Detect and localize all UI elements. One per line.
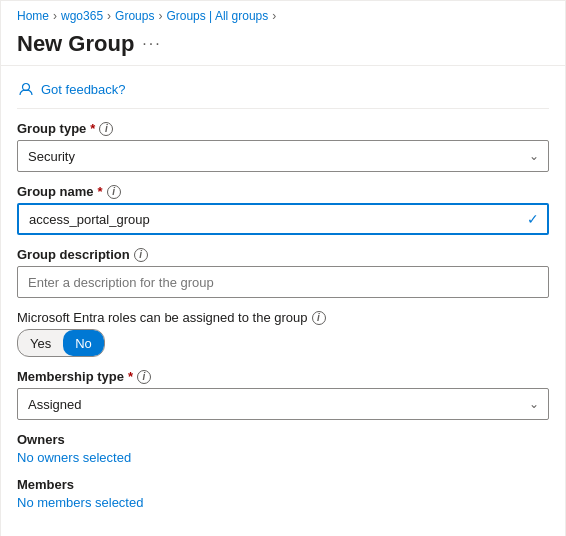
owners-section: Owners No owners selected (17, 432, 549, 465)
toggle-yes[interactable]: Yes (18, 330, 63, 356)
breadcrumb-sep-2: › (107, 9, 111, 23)
breadcrumb-groups[interactable]: Groups (115, 9, 154, 23)
membership-type-select[interactable]: Assigned Dynamic User Dynamic Device (17, 388, 549, 420)
required-star-2: * (98, 184, 103, 199)
breadcrumb-sep-1: › (53, 9, 57, 23)
breadcrumb: Home › wgo365 › Groups › Groups | All gr… (1, 1, 565, 27)
group-name-field: Group name * i ✓ (17, 184, 549, 235)
roles-assignable-label: Microsoft Entra roles can be assigned to… (17, 310, 549, 325)
roles-info-icon[interactable]: i (312, 311, 326, 325)
header-divider (1, 65, 565, 66)
breadcrumb-allgroups[interactable]: Groups | All groups (166, 9, 268, 23)
group-type-select-wrapper: Security Microsoft 365 ⌄ (17, 140, 549, 172)
roles-toggle[interactable]: Yes No (17, 329, 105, 357)
group-name-info-icon[interactable]: i (107, 185, 121, 199)
membership-type-info-icon[interactable]: i (137, 370, 151, 384)
page-header: New Group ··· (1, 27, 565, 65)
members-link[interactable]: No members selected (17, 495, 143, 510)
group-description-info-icon[interactable]: i (134, 248, 148, 262)
required-star: * (90, 121, 95, 136)
toggle-no[interactable]: No (63, 330, 104, 356)
group-type-select[interactable]: Security Microsoft 365 (17, 140, 549, 172)
page-title: New Group (17, 31, 134, 57)
membership-type-label: Membership type * i (17, 369, 549, 384)
roles-assignable-field: Microsoft Entra roles can be assigned to… (17, 310, 549, 357)
group-name-input[interactable] (17, 203, 549, 235)
form-footer: Create (1, 522, 565, 536)
membership-type-field: Membership type * i Assigned Dynamic Use… (17, 369, 549, 420)
group-type-field: Group type * i Security Microsoft 365 ⌄ (17, 121, 549, 172)
group-description-input[interactable] (17, 266, 549, 298)
group-type-info-icon[interactable]: i (99, 122, 113, 136)
group-description-label: Group description i (17, 247, 549, 262)
new-group-form: Group type * i Security Microsoft 365 ⌄ … (1, 109, 565, 510)
breadcrumb-home[interactable]: Home (17, 9, 49, 23)
group-type-label: Group type * i (17, 121, 549, 136)
more-options-icon[interactable]: ··· (142, 35, 161, 53)
members-heading: Members (17, 477, 549, 492)
feedback-icon (17, 80, 35, 98)
roles-toggle-row: Yes No (17, 329, 549, 357)
owners-heading: Owners (17, 432, 549, 447)
breadcrumb-sep-4: › (272, 9, 276, 23)
feedback-row[interactable]: Got feedback? (1, 74, 565, 108)
group-name-input-wrapper: ✓ (17, 203, 549, 235)
owners-link[interactable]: No owners selected (17, 450, 131, 465)
breadcrumb-wgo365[interactable]: wgo365 (61, 9, 103, 23)
membership-type-select-wrapper: Assigned Dynamic User Dynamic Device ⌄ (17, 388, 549, 420)
group-description-field: Group description i (17, 247, 549, 298)
group-name-label: Group name * i (17, 184, 549, 199)
group-name-check-icon: ✓ (527, 211, 539, 227)
feedback-label: Got feedback? (41, 82, 126, 97)
members-section: Members No members selected (17, 477, 549, 510)
breadcrumb-sep-3: › (158, 9, 162, 23)
required-star-3: * (128, 369, 133, 384)
